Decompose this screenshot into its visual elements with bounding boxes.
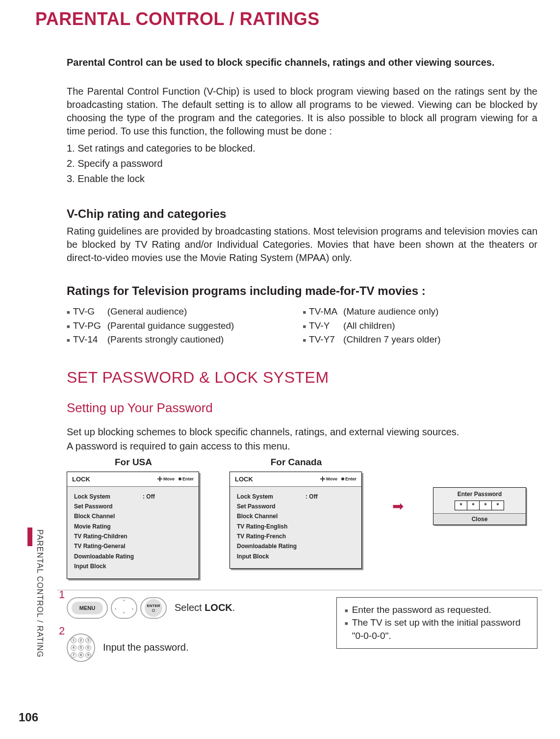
heading-setup-password: Setting up Your Password xyxy=(67,400,537,416)
hint-enter: Enter xyxy=(345,476,356,481)
osd-menu-item: Downloadable Rating xyxy=(74,552,192,561)
divider xyxy=(57,590,542,590)
osd-body: Lock System: OffSet PasswordBlock Channe… xyxy=(67,487,199,579)
rating-item: ■TV-PG(Parental guidance suggested) xyxy=(67,319,234,333)
dialog-close: Close xyxy=(433,513,526,525)
chevron-left-icon: ‹ xyxy=(115,606,116,611)
osd-menus-row: For USA LOCK Move Enter Lock System: Off… xyxy=(67,457,537,579)
bullet-icon: ■ xyxy=(303,336,306,347)
tips-box: ■Enter the password as requested. ■The T… xyxy=(336,597,537,649)
numpad-key: 1 xyxy=(71,637,76,643)
remote-enter-button: ENTER xyxy=(140,597,167,619)
osd-menu-item: Lock System: Off xyxy=(237,492,355,501)
osd-menu-item: TV Rating-General xyxy=(74,541,192,551)
numpad-key: 9 xyxy=(85,652,91,658)
intro-step-1: 1. Set ratings and categories to be bloc… xyxy=(67,142,537,155)
step-1-text: Select LOCK. xyxy=(175,602,235,613)
osd-item-value: : Off xyxy=(305,492,318,501)
rating-desc: (Children 7 years older) xyxy=(343,333,441,347)
vchip-paragraph: Rating guidelines are provided by broadc… xyxy=(67,225,537,264)
hint-move: Move xyxy=(163,476,175,481)
rating-code: TV-14 xyxy=(73,333,107,347)
dialog-title: Enter Password xyxy=(433,488,526,501)
bullet-icon: ■ xyxy=(67,322,70,333)
hint-move: Move xyxy=(326,476,337,481)
step-2-text: Input the password. xyxy=(103,642,189,653)
step-1-bold: LOCK xyxy=(204,602,232,613)
osd-item-label: Set Password xyxy=(74,501,143,511)
rating-item: ■TV-Y(All children) xyxy=(303,319,440,333)
dpad-icon xyxy=(320,476,325,481)
osd-hints: Move Enter xyxy=(157,476,194,481)
side-tab-accent xyxy=(27,528,32,546)
heading-set-password: SET PASSWORD & LOCK SYSTEM xyxy=(67,369,537,387)
osd-item-label: Lock System xyxy=(237,492,305,501)
rating-code: TV-G xyxy=(73,305,107,319)
rating-desc: (Parents strongly cautioned) xyxy=(107,333,224,347)
remote-numpad: 123 456 789 xyxy=(67,633,95,662)
dot-icon xyxy=(178,477,181,480)
dpad-icon xyxy=(157,476,162,481)
numpad-key: 6 xyxy=(85,645,91,651)
osd-item-label: Input Block xyxy=(74,561,143,571)
osd-menu-item: Block Channel xyxy=(74,511,192,521)
chevron-right-icon: › xyxy=(132,606,133,611)
osd-menu-item: Input Block xyxy=(237,552,355,561)
enter-password-dialog: Enter Password * * * * Close xyxy=(433,487,526,525)
osd-menu-item: Movie Rating xyxy=(74,522,192,531)
rating-code: TV-Y7 xyxy=(309,333,343,347)
numpad-key: 3 xyxy=(85,637,91,643)
osd-item-label: Input Block xyxy=(237,552,305,561)
step-number: 1 xyxy=(59,588,65,601)
osd-menu-item: TV Rating-French xyxy=(237,531,355,541)
bullet-icon: ■ xyxy=(303,322,306,333)
osd-item-label: TV Rating-French xyxy=(237,531,305,541)
rating-item: ■TV-MA(Mature audience only) xyxy=(303,305,440,319)
osd-item-label: TV Rating-Children xyxy=(74,531,143,541)
rating-desc: (Parental guidance suggested) xyxy=(107,319,234,333)
page-title: PARENTAL CONTROL / RATINGS xyxy=(35,9,537,29)
rating-code: TV-Y xyxy=(309,319,343,333)
ratings-columns: ■TV-G(General audience) ■TV-PG(Parental … xyxy=(67,305,537,347)
remote-enter-button-label: ENTER xyxy=(147,604,160,608)
intro-step-2: 2. Specify a password xyxy=(67,157,537,170)
intro-step-3: 3. Enable the lock xyxy=(67,172,537,185)
lead-text: Parental Control can be used to block sp… xyxy=(67,57,537,68)
osd-item-label: Block Channel xyxy=(237,511,305,521)
osd-lock-menu-usa: LOCK Move Enter Lock System: OffSet Pass… xyxy=(67,472,199,579)
osd-menu-item: Set Password xyxy=(237,501,355,511)
numpad-key: 7 xyxy=(71,652,76,658)
osd-item-label: TV Rating-English xyxy=(237,522,305,531)
chevron-down-icon: ˅ xyxy=(123,611,125,617)
osd-menu-item: TV Rating-English xyxy=(237,522,355,531)
osd-lock-menu-canada: LOCK Move Enter Lock System: OffSet Pass… xyxy=(229,472,362,569)
password-digit: * xyxy=(491,501,504,510)
step-number: 2 xyxy=(59,625,65,637)
bullet-icon: ■ xyxy=(67,308,70,319)
bullet-icon: ■ xyxy=(67,336,70,347)
rating-item: ■TV-Y7(Children 7 years older) xyxy=(303,333,440,347)
rating-desc: (General audience) xyxy=(107,305,187,319)
osd-hints: Move Enter xyxy=(320,476,356,481)
osd-title: LOCK xyxy=(72,475,90,483)
setup-para-1: Set up blocking schemes to block specifi… xyxy=(67,425,537,439)
remote-dpad-button: ˄ ˅ ‹ › xyxy=(111,597,137,619)
numpad-key: 2 xyxy=(78,637,84,643)
heading-vchip: V-Chip rating and categories xyxy=(67,207,537,221)
rating-desc: (All children) xyxy=(343,319,395,333)
page-number: 106 xyxy=(19,711,38,724)
osd-menu-item: Input Block xyxy=(74,561,192,571)
rating-item: ■TV-G(General audience) xyxy=(67,305,234,319)
rating-item: ■TV-14(Parents strongly cautioned) xyxy=(67,333,234,347)
osd-item-label: Block Channel xyxy=(74,511,143,521)
chevron-up-icon: ˄ xyxy=(123,599,125,605)
tip-text: Enter the password as requested. xyxy=(352,604,491,617)
osd-item-label: Downloadable Rating xyxy=(237,541,305,551)
rating-code: TV-MA xyxy=(309,305,343,319)
numpad-key: 4 xyxy=(71,645,76,651)
circle-icon xyxy=(152,609,155,612)
bullet-icon: ■ xyxy=(303,308,306,319)
step-1: 1 MENU ˄ ˅ ‹ › ENTER xyxy=(67,597,317,619)
password-digit: * xyxy=(467,501,480,510)
intro-paragraph: The Parental Control Function (V-Chip) i… xyxy=(67,85,537,138)
